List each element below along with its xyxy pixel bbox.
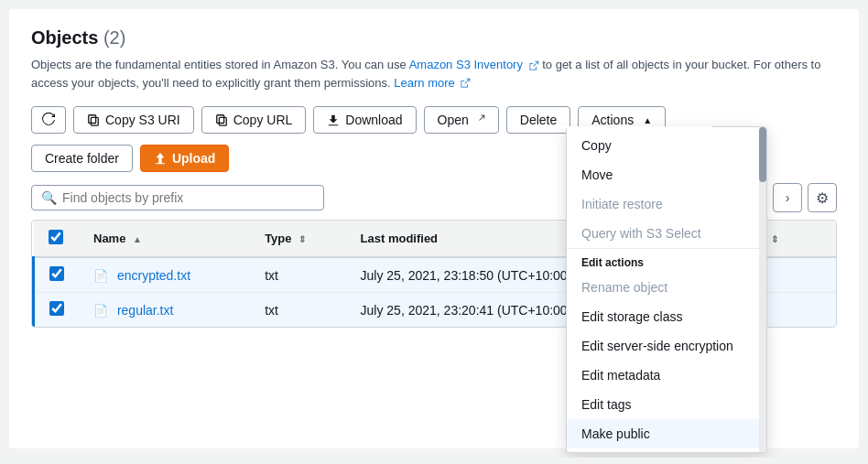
page-description: Objects are the fundamental entities sto… [31, 56, 837, 92]
external-link-icon [528, 60, 539, 71]
dropdown-item[interactable]: Edit metadata [567, 361, 766, 390]
dropdown-item[interactable]: Edit storage class [567, 302, 766, 331]
file-icon: 📄 [93, 269, 108, 283]
copy-url-icon [215, 113, 228, 126]
scrollbar-thumb [759, 127, 766, 182]
dropdown-items: CopyMoveInitiate restoreQuery with S3 Se… [567, 131, 766, 448]
create-folder-button[interactable]: Create folder [31, 145, 133, 172]
search-input[interactable] [62, 190, 314, 205]
copy-url-button[interactable]: Copy URL [201, 106, 307, 134]
s3-inventory-link[interactable]: Amazon S3 Inventory [409, 58, 523, 71]
dropdown-item[interactable]: Copy [567, 131, 766, 160]
dropdown-item[interactable]: Edit server-side encryption [567, 331, 766, 361]
row-type: txt [250, 293, 345, 328]
page-title: Objects (2) [31, 27, 837, 49]
open-external-icon [474, 114, 485, 125]
dropdown-section-label: Edit actions [567, 248, 766, 273]
row-name: 📄 regular.txt [79, 293, 250, 328]
settings-icon-button[interactable]: ⚙ [808, 183, 837, 212]
copy-s3-uri-button[interactable]: Copy S3 URI [73, 106, 194, 134]
learn-more-link[interactable]: Learn more [394, 76, 454, 90]
row-checkbox-cell [34, 257, 80, 293]
file-link[interactable]: regular.txt [117, 303, 173, 318]
select-all-checkbox[interactable] [49, 230, 63, 244]
download-button[interactable]: Download [313, 106, 416, 134]
page-container: Objects (2) Objects are the fundamental … [9, 9, 859, 448]
select-all-cell [34, 221, 80, 257]
upload-button[interactable]: Upload [140, 145, 229, 172]
next-page-button[interactable]: › [773, 183, 802, 212]
row-checkbox[interactable] [49, 301, 64, 316]
refresh-button[interactable] [31, 106, 66, 134]
type-sort-icon: ⇕ [298, 234, 306, 244]
col-name[interactable]: Name ▲ [79, 221, 250, 257]
delete-button[interactable]: Delete [506, 106, 570, 134]
dropdown-item: Rename object [567, 273, 766, 302]
col-type[interactable]: Type ⇕ [250, 221, 345, 257]
search-box: 🔍 [31, 185, 324, 210]
file-link[interactable]: encrypted.txt [117, 268, 190, 283]
upload-icon [154, 152, 167, 165]
row-type: txt [250, 257, 345, 293]
dropdown-item[interactable]: Make public [567, 419, 766, 448]
name-sort-icon: ▲ [133, 234, 142, 244]
dropdown-item: Query with S3 Select [567, 219, 766, 248]
svg-rect-1 [89, 115, 96, 124]
scrollbar[interactable] [759, 127, 766, 452]
copy-icon [87, 113, 100, 126]
refresh-icon [41, 113, 56, 127]
actions-dropdown: CopyMoveInitiate restoreQuery with S3 Se… [566, 126, 767, 453]
svg-rect-0 [91, 117, 98, 125]
actions-arrow-icon: ▲ [643, 115, 652, 125]
svg-rect-2 [219, 117, 226, 125]
row-checkbox[interactable] [49, 266, 64, 281]
search-icon: 🔍 [41, 190, 57, 205]
dropdown-menu-container: CopyMoveInitiate restoreQuery with S3 Se… [566, 126, 767, 453]
download-icon [327, 113, 340, 126]
file-icon: 📄 [93, 304, 108, 318]
row-checkbox-cell [34, 293, 80, 328]
dropdown-item[interactable]: Edit tags [567, 390, 766, 419]
dropdown-item[interactable]: Move [567, 160, 766, 189]
open-button[interactable]: Open [424, 106, 499, 134]
dropdown-item: Initiate restore [567, 189, 766, 219]
storage-sort-icon: ⇕ [771, 234, 778, 244]
row-name: 📄 encrypted.txt [79, 257, 250, 293]
svg-rect-3 [216, 115, 223, 124]
external-link-icon2 [460, 78, 471, 89]
